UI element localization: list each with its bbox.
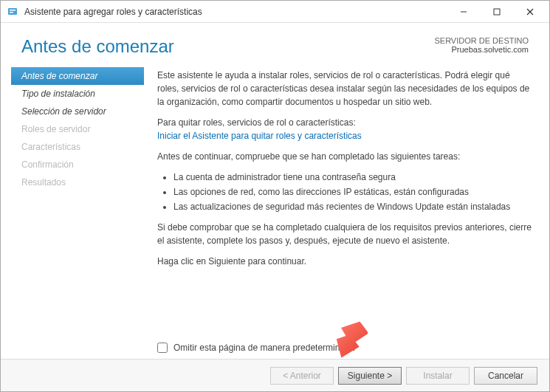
remove-wizard-link[interactable]: Iniciar el Asistente para quitar roles y… xyxy=(157,131,362,141)
maximize-button[interactable] xyxy=(480,1,513,22)
install-button: Instalar xyxy=(406,367,470,385)
svg-rect-0 xyxy=(8,8,17,15)
dest-label: SERVIDOR DE DESTINO xyxy=(434,36,529,45)
remove-label: Para quitar roles, servicios de rol o ca… xyxy=(157,117,356,128)
skip-checkbox[interactable] xyxy=(157,343,168,353)
sidebar-item-server-roles: Roles de servidor xyxy=(11,120,144,138)
previous-button: < Anterior xyxy=(270,367,334,385)
sidebar-item-server-selection[interactable]: Selección de servidor xyxy=(11,103,144,120)
wizard-content: Este asistente le ayuda a instalar roles… xyxy=(144,64,539,338)
sidebar-item-features: Características xyxy=(11,138,144,156)
minimize-button[interactable] xyxy=(447,1,480,22)
verify-text: Si debe comprobar que se ha completado c… xyxy=(157,221,532,247)
svg-rect-2 xyxy=(10,12,13,13)
dest-server: Pruebas.solvetic.com xyxy=(434,45,529,54)
skip-row: Omitir esta página de manera predetermin… xyxy=(1,338,549,359)
list-item: Las actualizaciones de seguridad más rec… xyxy=(173,200,532,213)
continue-text: Haga clic en Siguiente para continuar. xyxy=(157,255,532,268)
wizard-footer: < Anterior Siguiente > Instalar Cancelar xyxy=(1,359,549,391)
page-title: Antes de comenzar xyxy=(21,36,434,57)
titlebar: Asistente para agregar roles y caracterí… xyxy=(1,1,549,23)
precheck-list: La cuenta de administrador tiene una con… xyxy=(173,171,532,213)
sidebar-item-installation-type[interactable]: Tipo de instalación xyxy=(11,85,144,103)
next-button[interactable]: Siguiente > xyxy=(338,367,402,385)
intro-text: Este asistente le ayuda a instalar roles… xyxy=(157,69,532,109)
sidebar-item-before-you-begin[interactable]: Antes de comenzar xyxy=(11,67,144,85)
list-item: La cuenta de administrador tiene una con… xyxy=(173,171,532,184)
cancel-button[interactable]: Cancelar xyxy=(474,367,537,385)
sidebar-item-confirmation: Confirmación xyxy=(11,156,144,173)
app-icon xyxy=(7,6,18,18)
window-title: Asistente para agregar roles y caracterí… xyxy=(24,7,447,17)
list-item: Las opciones de red, como las direccione… xyxy=(173,185,532,199)
wizard-window: Asistente para agregar roles y caracterí… xyxy=(0,0,550,392)
sidebar-item-results: Resultados xyxy=(11,173,144,191)
wizard-header: Antes de comenzar SERVIDOR DE DESTINO Pr… xyxy=(1,23,549,64)
svg-rect-1 xyxy=(10,10,16,11)
skip-label: Omitir esta página de manera predetermin… xyxy=(173,343,354,353)
close-button[interactable] xyxy=(513,1,546,22)
wizard-sidebar: Antes de comenzar Tipo de instalación Se… xyxy=(11,64,144,338)
svg-rect-4 xyxy=(494,9,500,15)
precheck-label: Antes de continuar, compruebe que se han… xyxy=(157,150,532,163)
